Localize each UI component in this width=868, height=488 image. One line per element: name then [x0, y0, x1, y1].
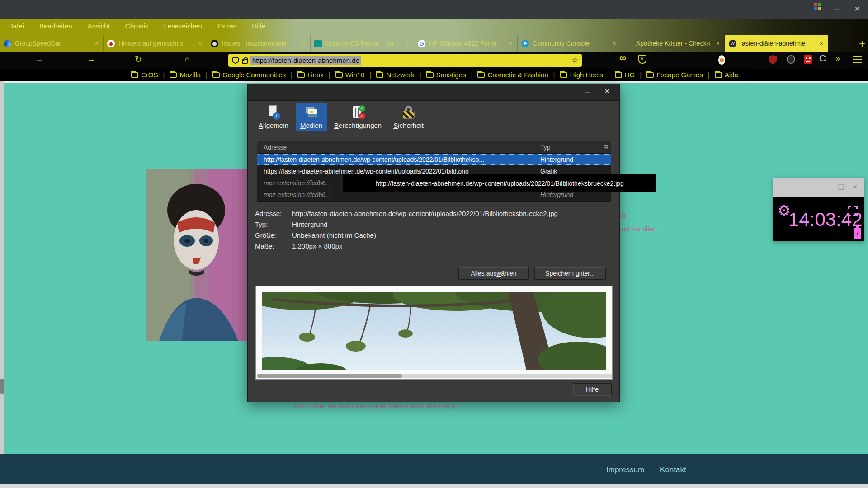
back-icon[interactable]: ← [35, 54, 44, 64]
browser-tab[interactable]: Community Console× [518, 35, 621, 52]
sicherheit-icon [401, 105, 416, 120]
tab-title: Issues · mozilla-mobile [222, 40, 297, 47]
browser-tab[interactable]: Wfasten-diäten-abnehme× [725, 35, 828, 52]
menu-item-datei[interactable]: Datei [8, 22, 24, 30]
bookmark-folder-google-communities[interactable]: Google Communities [212, 71, 286, 79]
bookmark-folder-netzwerk[interactable]: Netzwerk [376, 71, 415, 79]
screen: – × DateiBearbeitenAnsichtChronikLesezei… [0, 0, 868, 488]
dialog-tab-medien[interactable]: Medien [296, 103, 327, 131]
page-top-strip [0, 81, 868, 83]
clock-titlebar[interactable]: – □ × [773, 178, 864, 197]
forward-icon[interactable]: → [87, 54, 95, 64]
folder-icon [170, 72, 177, 78]
save-as-button[interactable]: Speichern unter... [534, 267, 606, 280]
column-header-adresse[interactable]: Adresse [257, 144, 540, 151]
left-scrollbar[interactable] [0, 81, 4, 488]
menu-item-hilfe[interactable]: Hilfe [252, 22, 265, 30]
folder-icon [477, 72, 485, 78]
bookmark-folder-cros[interactable]: CrOS [131, 71, 158, 79]
url-text[interactable]: https://fasten-diaeten-abnehmen.de [250, 56, 361, 65]
bookmark-folder-aida[interactable]: Aida [715, 71, 738, 79]
kontakt-link[interactable]: Kontakt [660, 465, 686, 474]
help-button[interactable]: Hilfe [573, 383, 612, 396]
dialog-close-icon[interactable]: × [604, 87, 609, 96]
clearurls-icon[interactable]: C [819, 53, 826, 64]
reload-icon[interactable]: ↻ [135, 54, 142, 65]
menu-hamburger-icon[interactable] [853, 56, 862, 57]
bookmark-folder-sonstiges[interactable]: Sonstiges [426, 71, 466, 79]
bookmark-label: HG [625, 71, 635, 79]
preview-horizontal-scrollbar[interactable] [257, 374, 612, 378]
bookmark-label: Mozilla [179, 71, 201, 79]
menu-item-lesezeichen[interactable]: Lesezeichen [164, 22, 202, 30]
column-header-typ[interactable]: Typ [540, 144, 604, 151]
tab-close-icon[interactable]: × [819, 40, 824, 47]
browser-tab[interactable]: Issues · mozilla-mobile× [207, 35, 311, 52]
window-minimize-icon[interactable]: – [834, 4, 839, 14]
media-table-row[interactable]: http://fasten-diaeten-abnehmen.de/wp-con… [257, 154, 611, 165]
media-table-header[interactable]: Adresse Typ ⊞ [257, 141, 611, 154]
bookmark-folder-cosmetic-fashion[interactable]: Cosmetic & Fashion [477, 71, 548, 79]
no-icon [625, 40, 632, 47]
menu-item-ansicht[interactable]: Ansicht [88, 22, 110, 30]
bookmark-folder-high-heels[interactable]: High Heels [560, 71, 603, 79]
browser-tab[interactable]: Chrome OS Forum – An× [311, 35, 414, 52]
egg-extension-icon[interactable] [718, 55, 725, 65]
window-titlebar: – × [0, 0, 868, 19]
tracking-shield-icon[interactable] [232, 57, 239, 64]
shield-check-extension-icon[interactable] [638, 55, 646, 64]
detail-value: http://fasten-diaeten-abnehmen.de/wp-con… [292, 208, 558, 219]
menu-item-bearbeiten[interactable]: Bearbeiten [39, 22, 72, 30]
bookmark-folder-hg[interactable]: HG [615, 71, 635, 79]
dialog-tab-allgemein[interactable]: iAllgemein [254, 103, 293, 131]
page-caption-text: Auftritt. Aber alle hatten eine vergleic… [294, 403, 457, 409]
bookmark-folder-escape-games[interactable]: Escape Games [646, 71, 703, 79]
red-face-extension-icon[interactable] [804, 55, 812, 64]
bookmark-folder-win10[interactable]: Win10 [335, 71, 365, 79]
bookmark-star-icon[interactable]: ☆ [571, 56, 578, 65]
dialog-tab-sicherheit[interactable]: Sicherheit [389, 103, 428, 131]
menu-item-extras[interactable]: Extras [217, 22, 237, 30]
clock-widget: – □ × ⚙ 14:03:42 [773, 178, 864, 241]
clock-close-icon[interactable]: × [853, 182, 858, 192]
infinity-extension-icon[interactable]: ∞ [619, 52, 626, 63]
ublock-icon[interactable] [769, 55, 777, 65]
tab-close-icon[interactable]: × [198, 40, 203, 47]
scrollbar-thumb[interactable] [0, 379, 4, 394]
tab-close-icon[interactable]: × [508, 40, 514, 47]
tab-close-icon[interactable]: × [301, 40, 307, 47]
bookmark-folder-linux[interactable]: Linux [297, 71, 324, 79]
swirl-extension-icon[interactable] [787, 55, 795, 64]
bookmark-label: CrOS [141, 71, 158, 79]
dialog-tab-berechtigungen[interactable]: ✓⊘Berechtigungen [330, 103, 386, 131]
impressum-link[interactable]: Impressum [606, 465, 644, 474]
column-picker-icon[interactable]: ⊞ [604, 144, 608, 150]
tab-close-icon[interactable]: × [405, 40, 410, 47]
tab-close-icon[interactable]: × [612, 40, 617, 47]
url-bar[interactable]: https://fasten-diaeten-abnehmen.de ☆ [228, 54, 582, 67]
dialog-titlebar[interactable]: – × [248, 84, 619, 101]
grid-bookmark-icon[interactable] [814, 3, 821, 10]
speeddial-icon [4, 40, 11, 47]
tab-close-icon[interactable]: × [715, 40, 721, 47]
select-all-button[interactable]: Alles auswählen [458, 267, 529, 280]
browser-tab[interactable]: GroupSpeedDial× [0, 35, 104, 52]
menu-item-chronik[interactable]: Chronik [125, 22, 149, 30]
browser-tab[interactable]: GHP Officejet 4622 Printe× [414, 35, 518, 52]
overflow-chevron-icon[interactable]: » [835, 54, 839, 63]
browser-tab[interactable]: Hinweis auf gemischt s× [104, 35, 207, 52]
dialog-minimize-icon[interactable]: – [585, 87, 590, 96]
window-close-icon[interactable]: × [854, 4, 860, 14]
new-tab-button[interactable]: + [859, 39, 865, 48]
bookmark-separator: | [369, 71, 371, 79]
lock-icon[interactable] [242, 59, 248, 64]
browser-tab[interactable]: Apotheke Köster - Check-i× [621, 35, 725, 52]
home-icon[interactable]: ⌂ [184, 54, 190, 65]
folder-icon [335, 72, 343, 78]
tab-title: Chrome OS Forum – An [326, 40, 401, 47]
bookmark-folder-mozilla[interactable]: Mozilla [170, 71, 201, 79]
clock-minimize-icon[interactable]: – [826, 182, 830, 192]
clock-maximize-icon[interactable]: □ [839, 182, 844, 192]
preview-scrollbar-thumb[interactable] [257, 374, 402, 378]
tab-close-icon[interactable]: × [94, 40, 99, 47]
